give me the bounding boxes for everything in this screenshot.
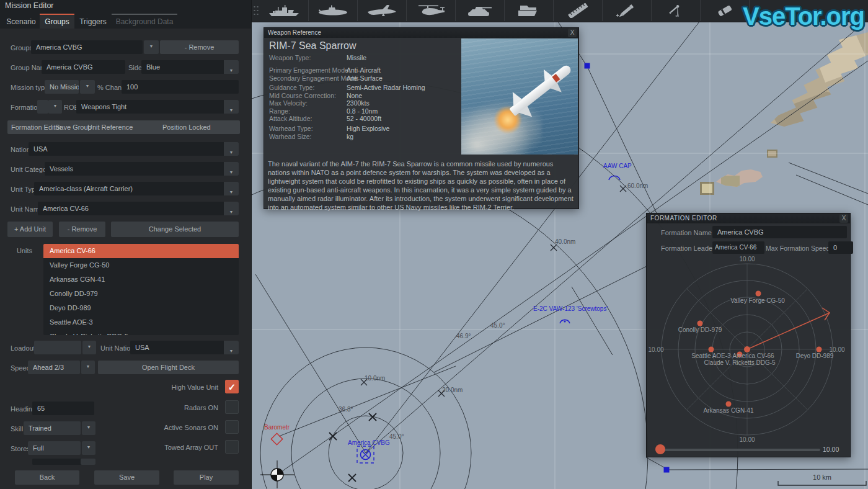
waypoint-marks[interactable] [329, 413, 376, 482]
tab-triggers[interactable]: Triggers [76, 14, 110, 29]
side-dropdown[interactable]: Blue [141, 60, 239, 74]
nation-dropdown[interactable]: USA [29, 142, 239, 156]
chance-field[interactable]: 100 [122, 80, 239, 94]
position-locked-link[interactable]: Position Locked [162, 120, 211, 134]
blue-waypoint-square[interactable] [664, 467, 670, 473]
weapon-stat: Primary Engagement Mode:Anti-Aircraft [269, 66, 455, 74]
active-sonars-checkbox[interactable] [225, 420, 239, 434]
groups-value-field[interactable]: America CVBG [31, 40, 143, 54]
speed-value[interactable]: Ahead 2/3 [28, 361, 80, 374]
aaw-cap-label[interactable]: AAW CAP [603, 163, 632, 169]
weapon-stat: Mid Course Correction:None [269, 92, 455, 100]
close-icon[interactable]: X [839, 214, 848, 223]
unit-list-item[interactable]: Conolly DD-979 [43, 287, 239, 301]
aircraft-icon [366, 3, 398, 18]
save-group-link[interactable]: Save Group [55, 120, 92, 134]
group-label-america-cvbg[interactable]: America CVBG [348, 439, 390, 446]
back-button[interactable]: Back [15, 470, 79, 485]
hostile-contact-diamond[interactable] [271, 433, 282, 444]
submarine-icon [317, 3, 349, 18]
toolbar-aircraft-button[interactable] [357, 0, 407, 21]
unit-nation-dropdown[interactable]: USA [130, 341, 239, 354]
close-icon[interactable]: X [568, 29, 577, 37]
skill-dropdown-arrow[interactable] [82, 421, 95, 435]
remove-group-button[interactable]: - Remove [160, 40, 239, 54]
toolbar-folder-button[interactable] [504, 0, 554, 21]
bullseye-reference-point[interactable] [260, 460, 294, 488]
bearing-label: 45.0° [389, 433, 404, 440]
save-button[interactable]: Save [94, 470, 159, 485]
weapon-stat: Weapon Type:Missile [269, 54, 455, 62]
remove-unit-button[interactable]: - Remove [59, 222, 105, 237]
plot-unit-dot[interactable] [744, 346, 750, 352]
tab-groups[interactable]: Groups [40, 14, 74, 29]
formation-dropdown-arrow[interactable] [48, 100, 62, 114]
weapon-description: The naval variant of the AIM-7 the RIM-7… [268, 159, 576, 212]
heading-field[interactable]: 65 [32, 402, 94, 415]
mission-type-label: Mission type [11, 84, 48, 91]
e2c-unit-label[interactable]: E-2C VAW-123 'Screwtops' [533, 305, 608, 312]
open-flight-deck-button[interactable]: Open Flight Deck [98, 361, 239, 374]
towed-array-checkbox[interactable] [225, 440, 239, 454]
plot-unit-dot[interactable] [726, 402, 732, 407]
unit-list-item[interactable]: America CV-66 [43, 244, 239, 258]
stores-dropdown-arrow[interactable] [82, 441, 95, 455]
helicopter-icon [415, 3, 447, 18]
toolbar-ruler-button[interactable] [553, 0, 603, 21]
formation-name-field[interactable]: America CVBG [712, 226, 847, 238]
unit-list-item[interactable]: Valley Forge CG-50 [43, 258, 239, 272]
formation-scale-slider-track[interactable] [655, 449, 820, 451]
formation-plot[interactable]: 10.00 10.00 10.00 10.00 Valley Forge CG-… [647, 251, 851, 444]
plot-axis-label-top: 10.00 [739, 256, 755, 262]
change-selected-button[interactable]: Change Selected [111, 222, 239, 237]
stores-value[interactable]: Full [28, 441, 81, 455]
mission-type-dropdown-arrow[interactable] [80, 80, 95, 94]
speed-dropdown-arrow[interactable] [81, 361, 95, 374]
toolbar-drag-handle[interactable] [253, 5, 259, 16]
loadouts-value[interactable] [34, 341, 81, 354]
formation-editor-link[interactable]: Formation Editor [11, 120, 61, 134]
plot-unit-dot[interactable] [709, 347, 714, 352]
formation-editor-titlebar[interactable]: FORMATION EDITOR [647, 213, 850, 223]
mission-type-value[interactable]: No Mission [45, 80, 79, 94]
plot-unit-dot[interactable] [756, 291, 761, 297]
scale-bar [778, 481, 866, 485]
toolbar-compass-button[interactable] [651, 0, 701, 21]
unit-list-item[interactable]: Claude V. Ricketts DDG-5 [43, 330, 239, 335]
unit-reference-link[interactable]: Unit Reference [87, 120, 133, 134]
radars-on-checkbox[interactable] [225, 400, 239, 414]
toolbar-submarine-button[interactable] [308, 0, 358, 21]
unit-list-item[interactable]: Seattle AOE-3 [43, 315, 239, 330]
formation-value[interactable] [37, 100, 48, 114]
group-name-field[interactable]: America CVBG [42, 60, 125, 74]
add-unit-button[interactable]: + Add Unit [7, 222, 53, 237]
unit-category-dropdown[interactable]: Vessels [45, 162, 239, 176]
toolbar-helicopter-button[interactable] [406, 0, 456, 21]
toolbar-warship-button[interactable] [259, 0, 309, 21]
unit-list-item[interactable]: Deyo DD-989 [43, 301, 239, 315]
roe-dropdown[interactable]: Weapons Tight [76, 100, 239, 114]
toolbar-tank-button[interactable] [455, 0, 505, 21]
tab-scenario[interactable]: Scenario [4, 14, 38, 29]
play-button[interactable]: Play [174, 470, 239, 485]
blue-waypoint-square[interactable] [585, 63, 590, 69]
tab-background-data[interactable]: Background Data [112, 14, 177, 29]
hostile-label-barometr[interactable]: Barometr [264, 424, 290, 431]
loadouts-dropdown-arrow[interactable] [82, 341, 96, 354]
formation-scale-slider-knob[interactable] [655, 444, 665, 454]
unit-type-dropdown[interactable]: America-class (Aircraft Carrier) [34, 182, 239, 195]
range-ticks [361, 186, 626, 397]
air-unit-symbol-e2c[interactable] [560, 320, 570, 323]
plot-unit-dot[interactable] [698, 321, 703, 326]
high-value-unit-checkbox[interactable] [225, 380, 239, 393]
unit-name-dropdown[interactable]: America CV-66 [38, 202, 239, 215]
friendly-group-symbol[interactable] [357, 446, 374, 463]
weapon-stat: Guidance Type:Semi-Active Radar Homing [269, 84, 455, 92]
toolbar-eraser-button[interactable] [700, 0, 750, 21]
toolbar-pencil-button[interactable] [602, 0, 652, 21]
skill-value[interactable]: Trained [24, 421, 81, 435]
groups-dropdown-arrow[interactable] [144, 40, 159, 54]
plot-unit-dot[interactable] [817, 347, 822, 352]
unit-list-item[interactable]: Arkansas CGN-41 [43, 272, 239, 287]
weapon-reference-titlebar[interactable]: Weapon Reference [264, 28, 578, 38]
